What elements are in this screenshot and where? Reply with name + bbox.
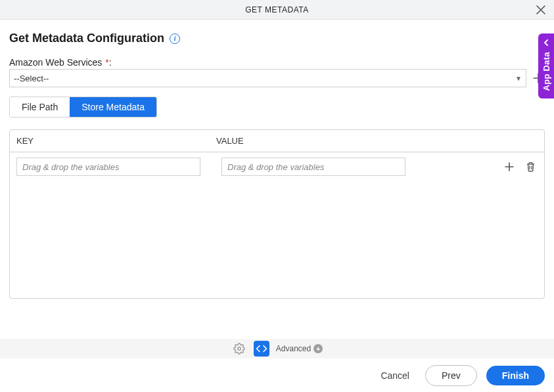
svg-point-0 bbox=[238, 347, 241, 351]
add-row-icon[interactable] bbox=[502, 160, 517, 174]
app-data-drawer-toggle[interactable]: App Data bbox=[538, 33, 554, 98]
delete-row-icon[interactable] bbox=[523, 160, 538, 174]
advanced-label-text: Advanced bbox=[276, 344, 311, 353]
connection-label: Amazon Web Services * : bbox=[9, 57, 545, 68]
kv-row bbox=[10, 152, 544, 181]
dialog-content: Get Metadata Configuration i Amazon Web … bbox=[0, 20, 554, 299]
chevron-down-icon: ▼ bbox=[515, 75, 522, 82]
gear-icon[interactable] bbox=[231, 341, 247, 357]
connection-select[interactable]: --Select-- ▼ bbox=[9, 69, 526, 87]
chevron-left-icon bbox=[543, 39, 549, 48]
connection-label-text: Amazon Web Services bbox=[9, 57, 102, 68]
prev-button[interactable]: Prev bbox=[425, 365, 477, 386]
kv-value-input[interactable] bbox=[221, 158, 405, 176]
kv-col-value-header: VALUE bbox=[216, 136, 538, 146]
connection-select-value: --Select-- bbox=[14, 74, 515, 83]
finish-button[interactable]: Finish bbox=[486, 366, 545, 385]
app-data-label: App Data bbox=[542, 52, 551, 91]
cancel-button[interactable]: Cancel bbox=[374, 366, 416, 385]
page-title-row: Get Metadata Configuration i bbox=[9, 32, 545, 45]
kv-key-input[interactable] bbox=[16, 158, 200, 176]
kv-col-key-header: KEY bbox=[16, 136, 216, 146]
tab-file-path[interactable]: File Path bbox=[10, 97, 70, 117]
footer-actions: Cancel Prev Finish bbox=[0, 359, 554, 392]
code-view-icon[interactable] bbox=[254, 341, 269, 357]
config-tabs: File Path Store Metadata bbox=[9, 97, 157, 118]
page-title: Get Metadata Configuration bbox=[9, 32, 164, 45]
kv-header: KEY VALUE bbox=[10, 130, 544, 152]
tab-store-metadata[interactable]: Store Metadata bbox=[70, 97, 156, 117]
info-icon[interactable]: i bbox=[170, 33, 180, 44]
footer-tools: Advanced + bbox=[0, 339, 554, 359]
close-icon[interactable] bbox=[534, 3, 547, 16]
advanced-toggle[interactable]: Advanced + bbox=[276, 344, 323, 353]
connection-row: --Select-- ▼ bbox=[9, 69, 545, 87]
dialog-header: GET METADATA bbox=[0, 0, 554, 20]
dialog-title: GET METADATA bbox=[245, 5, 308, 14]
label-colon: : bbox=[109, 57, 112, 68]
kv-panel: KEY VALUE bbox=[9, 129, 545, 299]
plus-circle-icon: + bbox=[313, 344, 323, 353]
